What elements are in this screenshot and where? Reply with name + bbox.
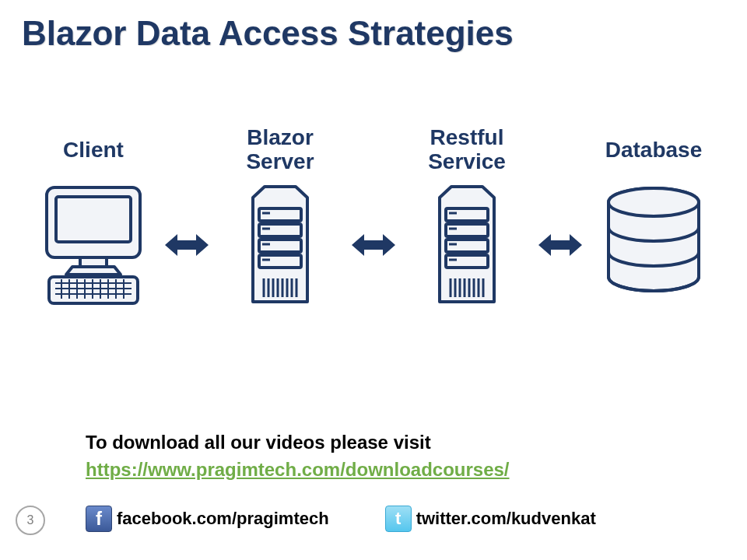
svg-rect-20 [259,255,301,268]
label-restful-service: Restful Service [428,124,506,176]
diagram-row: Client [0,124,747,311]
svg-marker-16 [165,234,209,256]
node-blazor-server: Blazor Server [210,124,350,308]
label-database: Database [605,124,703,176]
svg-marker-33 [352,234,395,256]
svg-rect-19 [259,240,301,252]
svg-rect-37 [446,255,488,268]
page-number: 3 [16,506,45,535]
svg-marker-50 [538,234,582,256]
server-icon [237,184,323,308]
footer-link[interactable]: https://www.pragimtech.com/downloadcours… [86,459,510,481]
svg-rect-34 [446,208,488,221]
server-icon [424,184,510,308]
node-database: Database [584,124,724,308]
node-restful-service: Restful Service [397,124,537,308]
arrow-1 [163,124,210,311]
svg-point-52 [608,188,699,216]
social-row: f facebook.com/pragimtech t twitter.com/… [86,506,596,532]
arrow-3 [537,124,584,311]
computer-icon [35,184,152,308]
node-client: Client [23,124,163,308]
svg-rect-17 [259,208,301,221]
svg-rect-18 [259,224,301,236]
facebook-icon[interactable]: f [86,506,112,532]
page-title: Blazor Data Access Strategies [0,0,747,53]
svg-rect-35 [446,224,488,236]
label-blazor-server: Blazor Server [246,124,314,176]
database-icon [599,184,708,308]
facebook-text: facebook.com/pragimtech [117,509,329,529]
twitter-icon[interactable]: t [385,506,412,532]
footer-text: To download all our videos please visit [86,432,431,453]
label-client: Client [63,124,124,176]
svg-rect-36 [446,240,488,252]
arrow-2 [350,124,397,311]
svg-rect-1 [56,197,131,242]
twitter-text: twitter.com/kudvenkat [416,509,596,529]
